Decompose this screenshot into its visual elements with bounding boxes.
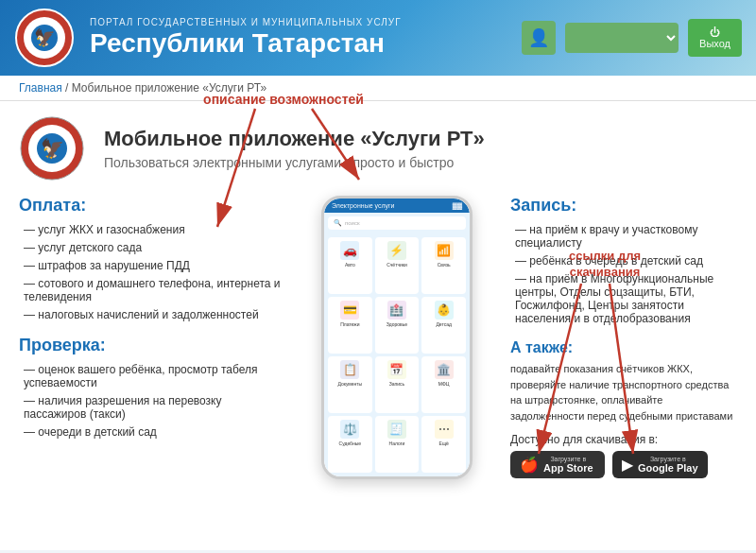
- app-title-block: Мобильное приложение «Услуги РТ» Пользов…: [104, 127, 485, 170]
- list-item: штрафов за нарушение ПДД: [19, 259, 284, 272]
- app-header: 🦅 Мобильное приложение «Услуги РТ» Польз…: [19, 115, 737, 181]
- doc-icon: 📋: [340, 360, 359, 379]
- wifi-icon: 📶: [435, 241, 454, 260]
- google-play-icon: ▶: [622, 456, 633, 474]
- list-item: на приём к врачу и участковому специалис…: [510, 223, 737, 250]
- googleplay-sub: Загрузите в: [638, 456, 698, 462]
- list-item: на приём в Многофункциональные центры, О…: [510, 272, 737, 325]
- list-item: ребёнка в очередь в детский сад: [510, 254, 737, 268]
- list-item: услуг ЖКХ и газоснабжения: [19, 223, 284, 236]
- pay-icon: 💳: [340, 301, 359, 320]
- header-title-block: ПОРТАЛ ГОСУДАРСТВЕННЫХ И МУНИЦИПАЛЬНЫХ У…: [90, 17, 402, 60]
- car-icon: 🚗: [340, 241, 359, 260]
- phone-grid: 🚗 Авто ⚡ Счётчики 📶 Связь 💳: [324, 233, 470, 476]
- service-icon: 🏛️: [435, 360, 454, 379]
- phone-cell-6: 👶 Детсад: [421, 297, 466, 354]
- search-icon: 🔍: [334, 219, 342, 227]
- download-title: Доступно для скачивания в:: [510, 433, 737, 446]
- content-columns: Оплата: услуг ЖКХ и газоснабжения услуг …: [19, 196, 737, 479]
- record-title: Запись:: [510, 196, 737, 216]
- phone-cell-4: 💳 Платежи: [328, 297, 372, 354]
- also-text: подавайте показания счётчиков ЖКХ, прове…: [510, 361, 737, 423]
- more-icon: ⋯: [435, 420, 454, 439]
- phone-mockup: Электронные услуги ▓▓ 🔍 поиск 🚗 Авто: [321, 196, 472, 479]
- list-item: услуг детского сада: [19, 241, 284, 254]
- left-column: Оплата: услуг ЖКХ и газоснабжения услуг …: [19, 196, 284, 479]
- googleplay-button[interactable]: ▶ Загрузите в Google Play: [612, 451, 708, 478]
- breadcrumb-current: Мобильное приложение «Услуги РТ»: [72, 81, 266, 95]
- app-title: Мобильное приложение «Услуги РТ»: [104, 127, 485, 151]
- list-item: наличия разрешения на перевозку пассажир…: [19, 394, 284, 421]
- breadcrumb: Главная / Мобильное приложение «Услуги Р…: [0, 76, 756, 101]
- phone-search-text: поиск: [345, 220, 360, 226]
- phone-topbar: Электронные услуги ▓▓: [324, 199, 470, 213]
- logout-label: Выход: [699, 38, 730, 49]
- appstore-button[interactable]: 🍎 Загрузите в App Store: [510, 451, 605, 478]
- apple-icon: 🍎: [520, 456, 539, 474]
- record-list: на приём к врачу и участковому специалис…: [510, 223, 737, 325]
- app-subtitle: Пользоваться электронными услугами - про…: [104, 155, 485, 170]
- googleplay-text: Загрузите в Google Play: [638, 456, 698, 474]
- googleplay-label: Google Play: [638, 462, 698, 474]
- phone-cell-11: 🧾 Налоги: [375, 416, 420, 473]
- phone-cell-3: 📶 Связь: [421, 237, 466, 294]
- phone-cell-5: 🏥 Здоровье: [375, 297, 420, 354]
- header-right: 👤 ⏻ Выход: [522, 19, 742, 57]
- check-title: Проверка:: [19, 336, 284, 355]
- download-buttons: 🍎 Загрузите в App Store ▶ Загрузите в Go…: [510, 451, 737, 478]
- calendar-icon: 📅: [387, 360, 406, 379]
- breadcrumb-home[interactable]: Главная: [19, 81, 62, 95]
- app-logo-icon: 🦅: [19, 115, 85, 181]
- list-item: налоговых начислений и задолженностей: [19, 308, 284, 321]
- phone-cell-1: 🚗 Авто: [328, 237, 372, 294]
- svg-text:🦅: 🦅: [41, 137, 64, 160]
- payment-list: услуг ЖКХ и газоснабжения услуг детского…: [19, 223, 284, 321]
- appstore-label: App Store: [543, 462, 593, 474]
- phone-cell-9: 🏛️ МФЦ: [421, 356, 466, 413]
- electricity-icon: ⚡: [387, 241, 406, 260]
- list-item: очереди в детский сад: [19, 425, 284, 439]
- phone-cell-7: 📋 Документы: [328, 356, 372, 413]
- phone-signal-icon: ▓▓: [453, 202, 462, 209]
- phone-column: Электронные услуги ▓▓ 🔍 поиск 🚗 Авто: [302, 196, 491, 479]
- tax-icon: 🧾: [387, 420, 406, 439]
- phone-cell-8: 📅 Запись: [375, 356, 420, 413]
- header-title: Республики Татарстан: [90, 27, 402, 60]
- phone-topbar-title: Электронные услуги: [332, 202, 394, 209]
- download-section: Доступно для скачивания в: 🍎 Загрузите в…: [510, 433, 737, 478]
- phone-cell-12: ⋯ Ещё: [421, 416, 466, 473]
- list-item: оценок вашего ребёнка, просмотр табеля у…: [19, 363, 284, 389]
- phone-cell-10: ⚖️ Судебные: [328, 416, 372, 473]
- also-section: А также: подавайте показания счётчиков Ж…: [510, 339, 737, 423]
- header-subtitle: ПОРТАЛ ГОСУДАРСТВЕННЫХ И МУНИЦИПАЛЬНЫХ У…: [90, 17, 402, 27]
- power-icon: ⏻: [710, 26, 720, 38]
- health-icon: 🏥: [387, 301, 406, 320]
- appstore-sub: Загрузите в: [543, 456, 593, 462]
- main-content: 🦅 Мобильное приложение «Услуги РТ» Польз…: [0, 101, 756, 550]
- phone-cell-2: ⚡ Счётчики: [375, 237, 420, 294]
- check-list: оценок вашего ребёнка, просмотр табеля у…: [19, 363, 284, 439]
- payment-title: Оплата:: [19, 196, 284, 216]
- right-column: Запись: на приём к врачу и участковому с…: [510, 196, 737, 479]
- breadcrumb-separator: /: [65, 81, 68, 95]
- user-dropdown[interactable]: [565, 23, 679, 53]
- header: 🦅 ПОРТАЛ ГОСУДАРСТВЕННЫХ И МУНИЦИПАЛЬНЫХ…: [0, 0, 756, 76]
- phone-screen: Электронные услуги ▓▓ 🔍 поиск 🚗 Авто: [324, 199, 470, 476]
- logout-button[interactable]: ⏻ Выход: [688, 19, 742, 57]
- logo-icon: 🦅: [14, 8, 76, 69]
- child-icon: 👶: [435, 301, 454, 320]
- phone-search: 🔍 поиск: [328, 216, 466, 230]
- court-icon: ⚖️: [340, 420, 359, 439]
- svg-text:🦅: 🦅: [34, 27, 56, 48]
- appstore-text: Загрузите в App Store: [543, 456, 593, 474]
- avatar: 👤: [522, 21, 556, 55]
- list-item: сотового и домашнего телефона, интернета…: [19, 277, 284, 303]
- also-title: А также:: [510, 339, 737, 356]
